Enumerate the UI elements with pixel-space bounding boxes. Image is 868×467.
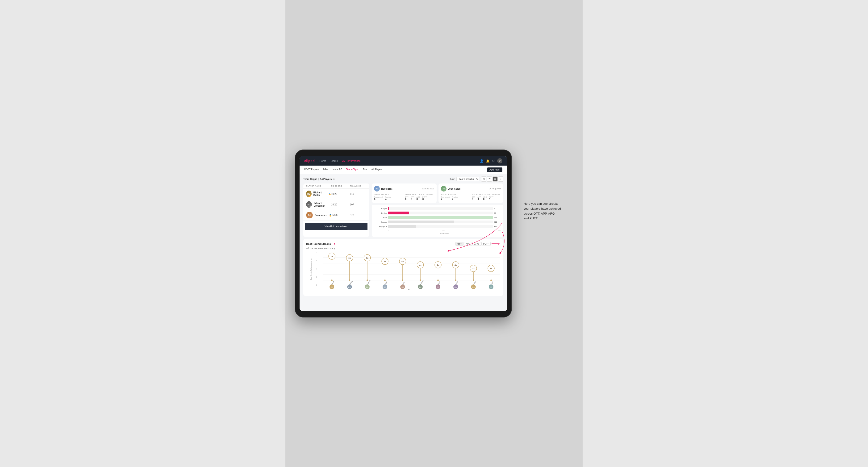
annotation-box: Here you can see streaks your players ha… [524,201,576,221]
bar-value: 311 [494,221,501,223]
table-row: CA 3 Cameron... 🏅 17/20 103 [303,210,369,220]
practice-value: 2 [452,198,458,200]
practice-activities-label: Total Practice Activities [405,193,434,195]
y-tick: 2 [316,276,317,278]
avatar: RB 1 [306,191,312,197]
player-info: EC 2 Edward Crossman [306,201,331,208]
y-tick: 4 [316,268,317,270]
tab-all-players[interactable]: All Players [371,166,382,173]
list-view-button[interactable]: ☰ [487,177,492,182]
nav-teams[interactable]: Teams [330,158,338,163]
card-view-button[interactable]: ▦ [493,177,498,182]
tab-tour[interactable]: Tour [363,166,368,173]
app-filter-button[interactable]: APP [464,242,472,246]
putt-value: 1 [489,198,493,200]
svg-text:4x: 4x [419,264,422,266]
x-axis: 0 200 400 [388,230,501,231]
ott-stat: OTT 0 [405,196,408,200]
x-label: 200 [442,230,445,231]
app-logo: clippd [304,159,315,163]
tab-team-clippd[interactable]: Team Clippd [346,166,359,173]
bar-label: D. Bogeys + [374,225,387,228]
putt-filter-button[interactable]: PUTT [482,242,491,246]
team-header: Team Clippd | 14 Players ✏ Show Last 3 m… [303,177,503,182]
bell-icon[interactable]: 🔔 [486,159,490,163]
svg-point-36 [437,280,439,281]
pb-score: 19/20 [331,193,350,195]
ott-filter-button[interactable]: OTT [456,242,464,246]
app-value: 0 [478,198,481,200]
table-row: RB 1 Richard Butler 🏅 19/20 110 [303,189,369,199]
pb-score: 18/20 [331,203,350,206]
arrow-icon-right [491,242,500,245]
x-label: 400 [498,230,501,231]
bar-fill [388,207,389,210]
arg-filter-button[interactable]: ARG [472,242,481,246]
player-stats-card-josh: JC Josh Coles 26 Aug 2023 Total Rounds [438,184,503,203]
svg-point-51 [490,280,492,281]
svg-text:RB: RB [472,286,474,288]
search-icon[interactable]: ⌕ [475,159,477,163]
person-icon[interactable]: 👤 [480,159,484,163]
bar-label: Eagles [374,208,387,210]
nav-my-performance[interactable]: My Performance [342,158,361,163]
avatar: RB [374,186,380,191]
tab-pga[interactable]: PGA [323,166,328,173]
svg-text:3x: 3x [490,268,492,270]
edit-icon[interactable]: ✏ [333,178,335,181]
team-name: Team Clippd | [303,178,319,181]
bar-value: 131 [494,225,501,228]
svg-text:RB: RB [401,286,404,288]
y-axis-ticks: 0 2 4 6 8 [316,252,317,286]
svg-text:4x: 4x [437,264,439,266]
avatar: CA 3 [306,212,313,218]
bar-row-birdies: Birdies 96 [374,212,501,214]
time-filter-select[interactable]: Last 3 months Last 6 months Last year [456,177,479,181]
y-tick: 8 [316,252,317,253]
settings-icon[interactable]: ⚙ [492,159,495,163]
bar-track [388,225,493,228]
user-avatar[interactable]: U [497,158,502,163]
bar-row-eagles: Eagles 3 [374,207,501,210]
sub-nav: PGAT Players PGA Hcaps 1-5 Team Clippd T… [300,165,507,174]
player-name: Edward Crossman [314,202,331,207]
svg-text:5x: 5x [384,260,386,263]
add-team-button[interactable]: Add Team [487,167,502,172]
practice-activities-group: Total Practice Activities OTT 0 [472,193,501,200]
rank-badge-3: 3 [310,216,313,218]
streak-filter-buttons: OTT APP ARG PUTT [456,242,500,246]
player-name: Richard Butler [313,191,327,196]
app-value: 0 [411,198,414,200]
svg-point-16 [367,280,368,281]
streaks-section: Best Round Streaks OTT APP ARG PUTT [303,239,503,296]
stat-sub: OTT 0 APP 0 [405,196,434,200]
x-label: 0 [388,230,389,231]
bar-value: 3 [494,208,501,210]
svg-point-46 [473,280,474,281]
svg-text:4x: 4x [455,264,457,266]
practice-activities-label: Total Practice Activities [472,193,501,195]
col-pb-score: PB SCORE [331,185,350,187]
col-pb-avg: PB AVG SQ [350,185,367,187]
practice-stat: Practice 4 [385,196,391,200]
tab-pgat[interactable]: PGAT Players [304,166,319,173]
tablet-frame: clippd Home Teams My Performance ⌕ 👤 🔔 ⚙… [295,150,512,317]
view-leaderboard-button[interactable]: View Full Leaderboard [305,223,368,230]
grid-view-button[interactable]: ⊞ [481,177,486,182]
arg-stat: ARG 0 [416,196,420,200]
svg-point-11 [349,280,350,281]
svg-text:CQ: CQ [490,286,493,288]
tab-hcaps[interactable]: Hcaps 1-5 [332,166,342,173]
nav-icons: ⌕ 👤 🔔 ⚙ U [475,158,502,163]
avatar: JC [441,186,446,191]
bar-label: Birdies [374,212,387,214]
player-card-date: 26 Aug 2023 [489,187,501,190]
table-view-button[interactable]: ↕ [498,177,503,182]
tournament-stat: Tournament 7 [441,196,450,200]
bar-track [388,216,493,219]
view-icons: ⊞ ☰ ▦ ↕ [481,177,503,182]
lollipop-chart-container: Best Streak, Fairway Accuracy 0 2 4 6 8 [306,252,500,293]
nav-home[interactable]: Home [319,158,326,163]
x-axis-label: Total Shots [388,232,501,235]
show-label: Show [448,178,455,181]
